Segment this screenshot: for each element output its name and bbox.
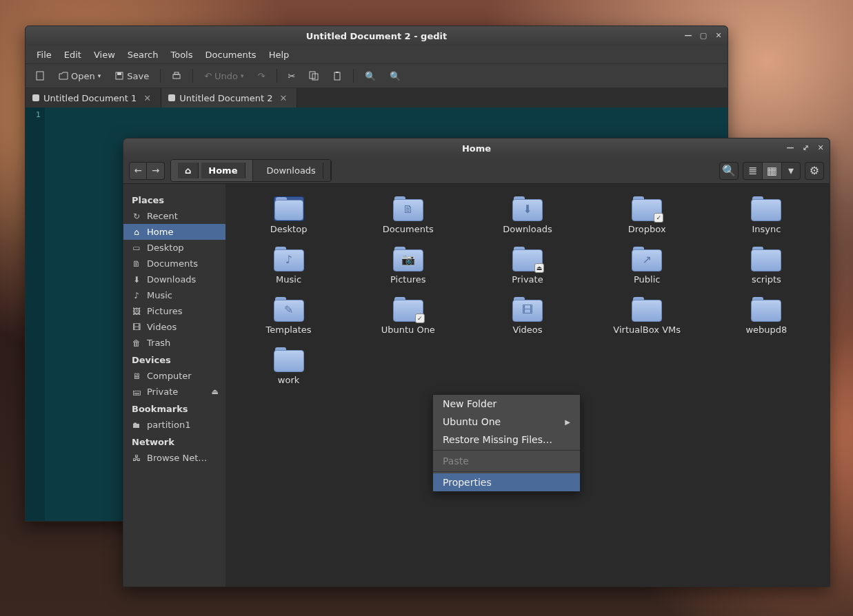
pathbar: ⌂ Home Downloads <box>170 159 332 182</box>
folder-public[interactable]: ↗Public <box>591 244 703 287</box>
ctx-restore-missing[interactable]: Restore Missing Files… <box>433 431 580 449</box>
close-icon[interactable]: ✕ <box>814 141 827 154</box>
save-button[interactable]: Save <box>110 69 153 83</box>
tab-label: Untitled Document 1 <box>43 93 137 103</box>
menu-edit[interactable]: Edit <box>59 47 87 63</box>
menu-documents[interactable]: Documents <box>200 47 262 63</box>
line-number: 1 <box>30 110 41 119</box>
ctx-new-folder[interactable]: New Folder <box>433 395 580 413</box>
file-grid-area[interactable]: Desktop🗎Documents⬇Downloads✓DropboxInsyn… <box>225 184 830 586</box>
folder-virtualbox-vms[interactable]: VirtualBox VMs <box>591 294 703 338</box>
files-body: Places ↻Recent⌂Home▭Desktop🗎Documents⬇Do… <box>123 184 830 586</box>
sidebar-item-pictures[interactable]: 🖼Pictures <box>123 303 225 319</box>
maximize-icon[interactable]: ▢ <box>697 29 710 41</box>
sidebar-item-browse-net-[interactable]: 🖧Browse Net… <box>123 450 225 466</box>
sidebar-item-music[interactable]: ♪Music <box>123 287 225 303</box>
print-button[interactable] <box>168 69 185 83</box>
folder-pictures[interactable]: 📷Pictures <box>352 244 464 287</box>
folder-icon: ⬇ <box>512 196 543 221</box>
context-menu: New Folder Ubuntu One ▶ Restore Missing … <box>432 394 581 492</box>
folder-label: Public <box>634 274 660 285</box>
sidebar-item-label: Recent <box>147 211 178 221</box>
menu-search[interactable]: Search <box>122 47 164 63</box>
undo-icon: ↶ <box>204 71 212 81</box>
gedit-toolbar: Open ▾ Save ↶ Undo ▾ ↷ ✂ 🔍 🔍 <box>26 63 727 88</box>
folder-videos[interactable]: 🎞Videos <box>471 294 583 338</box>
sidebar-item-desktop[interactable]: ▭Desktop <box>123 240 225 256</box>
sidebar-item-label: Music <box>147 290 172 300</box>
cut-button[interactable]: ✂ <box>284 69 300 83</box>
folder-private[interactable]: ⏏Private <box>471 244 583 287</box>
place-icon: ↻ <box>132 212 141 221</box>
path-downloads[interactable]: Downloads <box>253 160 331 181</box>
place-icon: 🗎 <box>132 259 141 269</box>
svg-rect-4 <box>174 72 179 74</box>
view-dropdown-button[interactable]: ▾ <box>781 162 801 180</box>
gedit-titlebar[interactable]: Untitled Document 2 - gedit — ▢ ✕ <box>26 26 727 45</box>
folder-desktop[interactable]: Desktop <box>232 194 345 237</box>
sidebar-item-trash[interactable]: 🗑Trash <box>123 335 225 351</box>
folder-ubuntu-one[interactable]: ✓Ubuntu One <box>352 294 464 338</box>
menu-help[interactable]: Help <box>263 47 295 63</box>
find-replace-button[interactable]: 🔍 <box>385 69 405 83</box>
folder-webupd8[interactable]: webupd8 <box>710 294 823 338</box>
sidebar-item-label: Private <box>147 387 178 397</box>
sidebar-item-documents[interactable]: 🗎Documents <box>123 256 225 271</box>
sidebar-item-private[interactable]: 🖴Private⏏ <box>123 384 225 400</box>
folder-label: VirtualBox VMs <box>613 325 681 335</box>
gedit-title: Untitled Document 2 - gedit <box>306 31 447 41</box>
settings-button[interactable]: ⚙ <box>805 162 824 180</box>
nav-back-button[interactable]: ← <box>129 162 147 180</box>
undo-button[interactable]: ↶ Undo ▾ <box>200 69 248 83</box>
tab-doc-1[interactable]: Untitled Document 1 ✕ <box>26 88 161 107</box>
ctx-properties[interactable]: Properties <box>433 473 580 491</box>
search-button[interactable]: 🔍 <box>719 162 739 180</box>
open-button[interactable]: Open ▾ <box>54 69 105 83</box>
folder-label: Ubuntu One <box>381 325 435 335</box>
folder-music[interactable]: ♪Music <box>232 244 345 287</box>
new-doc-button[interactable] <box>31 69 49 83</box>
folder-label: Pictures <box>390 274 425 285</box>
place-icon: 🗑 <box>132 338 141 348</box>
sidebar-item-videos[interactable]: 🎞Videos <box>123 319 225 335</box>
tab-close-icon[interactable]: ✕ <box>277 93 290 103</box>
folder-templates[interactable]: ✎Templates <box>232 294 345 338</box>
maximize-icon[interactable]: ⤢ <box>799 141 812 154</box>
minimize-icon[interactable]: — <box>682 29 694 41</box>
folder-work[interactable]: work <box>232 345 345 388</box>
view-list-button[interactable]: ≣ <box>743 162 762 180</box>
sidebar-item-recent[interactable]: ↻Recent <box>123 208 225 224</box>
eject-icon[interactable]: ⏏ <box>212 387 219 396</box>
tab-close-icon[interactable]: ✕ <box>141 93 154 103</box>
copy-button[interactable] <box>305 69 323 83</box>
tab-doc-2[interactable]: Untitled Document 2 ✕ <box>161 88 297 107</box>
menu-file[interactable]: File <box>31 47 57 63</box>
folder-insync[interactable]: Insync <box>710 194 823 237</box>
folder-scripts[interactable]: scripts <box>710 244 823 287</box>
folder-documents[interactable]: 🗎Documents <box>352 194 464 237</box>
sidebar-item-downloads[interactable]: ⬇Downloads <box>123 271 225 287</box>
close-icon[interactable]: ✕ <box>712 29 725 41</box>
files-titlebar[interactable]: Home — ⤢ ✕ <box>123 138 830 158</box>
find-button[interactable]: 🔍 <box>361 69 380 83</box>
view-grid-button[interactable]: ▦ <box>762 162 781 180</box>
menu-tools[interactable]: Tools <box>165 47 198 63</box>
place-icon: 🖼 <box>132 307 141 316</box>
minimize-icon[interactable]: — <box>784 141 796 154</box>
doc-icon <box>32 94 39 101</box>
sidebar-item-home[interactable]: ⌂Home <box>123 224 225 240</box>
path-home[interactable]: ⌂ Home <box>171 160 253 181</box>
nav-forward-button[interactable]: → <box>147 162 165 180</box>
ctx-ubuntu-one[interactable]: Ubuntu One ▶ <box>433 413 580 431</box>
folder-overlay-icon: 🗎 <box>393 196 423 221</box>
sidebar-item-label: Videos <box>147 322 177 332</box>
sidebar-item-partition1[interactable]: 🖿partition1 <box>123 417 225 433</box>
folder-icon <box>751 297 781 322</box>
paste-button[interactable] <box>328 69 346 83</box>
folder-dropbox[interactable]: ✓Dropbox <box>591 194 703 237</box>
gedit-tabs: Untitled Document 1 ✕ Untitled Document … <box>26 88 727 107</box>
redo-button[interactable]: ↷ <box>254 69 270 83</box>
folder-downloads[interactable]: ⬇Downloads <box>471 194 583 237</box>
sidebar-item-computer[interactable]: 🖥Computer <box>123 368 225 384</box>
menu-view[interactable]: View <box>88 47 121 63</box>
